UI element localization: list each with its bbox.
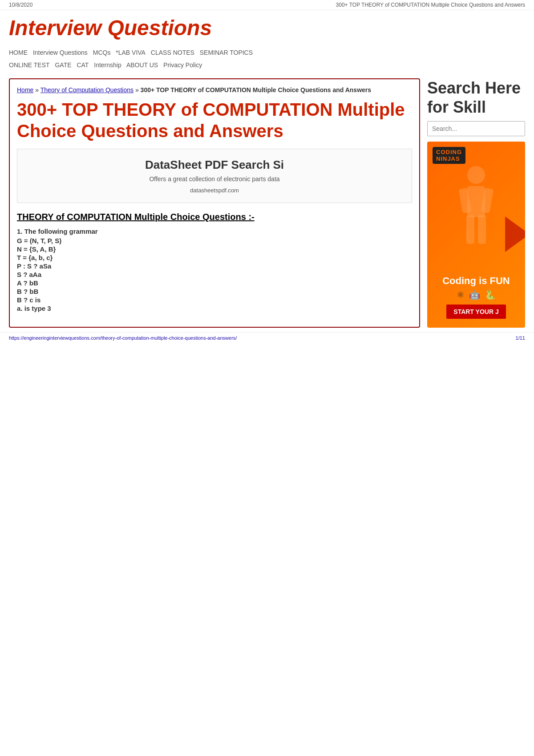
nav-interview-questions[interactable]: Interview Questions <box>33 49 88 56</box>
breadcrumb-home[interactable]: Home <box>17 86 33 93</box>
grammar-line-5: A ? bB <box>17 279 412 287</box>
grammar-line-4: S ? aAa <box>17 271 412 278</box>
grammar-line-6: B ? bB <box>17 288 412 295</box>
nav-seminar-topics[interactable]: SEMINAR TOPICS <box>200 49 253 56</box>
python-icon: 🐍 <box>485 289 496 300</box>
logo-line2: NINJAS <box>436 155 462 162</box>
q1-number: 1. The following grammar <box>17 228 412 235</box>
svg-rect-1 <box>467 186 485 217</box>
nav-online-test[interactable]: ONLINE TEST <box>9 61 50 69</box>
coding-ninjas-ad[interactable]: CODING NINJAS Coding is FUN ⚛ � <box>427 142 525 328</box>
nav: HOME Interview Questions MCQs *LAB VIVA … <box>0 44 534 74</box>
layout: Home » Theory of Computation Questions »… <box>0 74 534 332</box>
top-bar: 10/8/2020 300+ TOP THEORY of COMPUTATION… <box>0 0 534 10</box>
grammar-line-2: T = {a, b, c} <box>17 254 412 261</box>
article-title: 300+ TOP THEORY of COMPUTATION Multiple … <box>17 99 412 142</box>
grammar-line-7: B ? c is <box>17 296 412 304</box>
react-icon: ⚛ <box>457 289 465 300</box>
breadcrumb-current: 300+ TOP THEORY of COMPUTATION Multiple … <box>141 86 371 93</box>
nav-mcqs[interactable]: MCQs <box>93 49 111 56</box>
grammar-line-0: G = (N, T, P, S) <box>17 237 412 244</box>
questions-section: THEORY of COMPUTATION Multiple Choice Qu… <box>17 212 412 312</box>
ad-box[interactable]: DataSheet PDF Search Si Offers a great c… <box>17 149 412 203</box>
sidebar: Search Here for Skill CODING NINJAS <box>427 78 525 328</box>
nav-class-notes[interactable]: CLASS NOTES <box>151 49 194 56</box>
start-button[interactable]: START YOUR J <box>446 305 506 319</box>
grammar-line-3: P : S ? aSa <box>17 262 412 270</box>
section-title: THEORY of COMPUTATION Multiple Choice Qu… <box>17 212 412 222</box>
coding-text: Coding is FUN <box>442 275 510 287</box>
svg-rect-4 <box>466 215 474 244</box>
grammar-line-1: N = {S, A, B} <box>17 245 412 253</box>
topbar-date: 10/8/2020 <box>9 2 32 8</box>
breadcrumb-toc[interactable]: Theory of Computation Questions <box>40 86 134 93</box>
bottom-url[interactable]: https://engineeringinterviewquestions.co… <box>9 335 237 341</box>
header: Interview Questions <box>0 10 534 40</box>
topbar-title: 300+ TOP THEORY of COMPUTATION Multiple … <box>336 2 525 8</box>
ninja-logo: CODING NINJAS <box>433 147 465 164</box>
nav-privacy-policy[interactable]: Privacy Policy <box>163 61 202 69</box>
android-icon: 🤖 <box>469 289 480 300</box>
page-number: 1/11 <box>516 335 525 341</box>
search-label: Search Here for Skill <box>427 78 525 117</box>
main-content: Home » Theory of Computation Questions »… <box>9 78 420 328</box>
logo-line1: CODING <box>436 149 462 155</box>
svg-point-0 <box>467 166 485 184</box>
nav-internship[interactable]: Internship <box>94 61 121 69</box>
search-input[interactable] <box>427 121 525 136</box>
nav-lab-viva[interactable]: *LAB VIVA <box>116 49 146 56</box>
ad-desc: Offers a great collection of electronic … <box>26 175 403 183</box>
icons-row: ⚛ 🤖 🐍 <box>457 289 496 300</box>
grammar-line-8: a. is type 3 <box>17 305 412 312</box>
ad-domain: datasheetspdf.com <box>26 187 403 194</box>
bottom-bar: https://engineeringinterviewquestions.co… <box>0 332 534 343</box>
site-title[interactable]: Interview Questions <box>9 16 525 40</box>
svg-rect-5 <box>478 215 486 244</box>
nav-about-us[interactable]: ABOUT US <box>126 61 158 69</box>
ad-title: DataSheet PDF Search Si <box>26 158 403 172</box>
nav-gate[interactable]: GATE <box>55 61 71 69</box>
nav-home[interactable]: HOME <box>9 49 28 56</box>
nav-cat[interactable]: CAT <box>77 61 89 69</box>
breadcrumb: Home » Theory of Computation Questions »… <box>17 86 412 93</box>
